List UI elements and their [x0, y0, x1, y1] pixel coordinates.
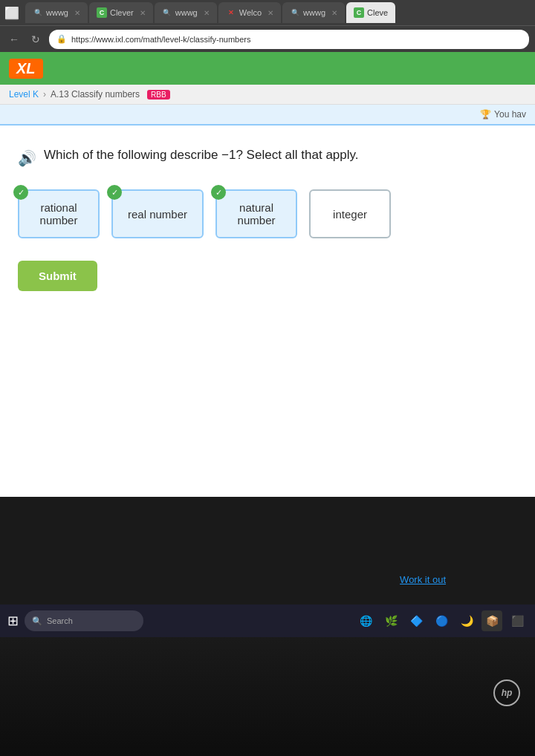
ixl-logo: XL: [9, 59, 43, 79]
checkmark-2: ✓: [107, 185, 122, 200]
taskbar-icon-1[interactable]: 🌐: [355, 610, 376, 631]
tab-bar: ⬜ 🔍 wwwg ✕ C Clever ✕ 🔍 wwwg ✕ ✕ Welco ✕: [0, 0, 535, 25]
hp-logo: hp: [493, 680, 520, 706]
option3-label: naturalnumber: [238, 201, 276, 227]
tab2-close[interactable]: ✕: [140, 9, 146, 17]
trophy-icon: 🏆: [480, 109, 491, 120]
question-text: Which of the following describe −1? Sele…: [44, 148, 359, 163]
lock-icon: 🔒: [56, 34, 67, 44]
question-area: 🔊 Which of the following describe −1? Se…: [0, 126, 535, 497]
address-bar-row: ← ↻ 🔒 https://www.ixl.com/math/level-k/c…: [0, 25, 535, 52]
option2-label: real number: [128, 208, 187, 221]
refresh-button[interactable]: ↻: [28, 32, 43, 47]
tab4-close[interactable]: ✕: [268, 9, 273, 17]
back-button[interactable]: ←: [6, 32, 22, 47]
tab1-close[interactable]: ✕: [74, 9, 80, 17]
taskbar-icon-6[interactable]: 📦: [482, 610, 502, 631]
breadcrumb: Level K › A.13 Classify numbers RBB: [0, 85, 535, 105]
taskbar-right: 🌐 🌿 🔷 🔵 🌙 📦 ⬛: [355, 610, 528, 631]
work-it-out-link[interactable]: Work it out: [400, 574, 446, 585]
answer-option-integer[interactable]: integer: [309, 189, 391, 238]
taskbar: ⊞ 🔍 Search 🌐 🌿 🔷 🔵 🌙 📦 ⬛: [0, 605, 535, 637]
taskbar-icon-3[interactable]: 🔷: [406, 610, 427, 631]
taskbar-icon-5[interactable]: 🌙: [456, 610, 477, 631]
answer-options: ✓ rationalnumber ✓ real number ✓ natural…: [18, 189, 517, 238]
tab3-favicon: 🔍: [162, 7, 172, 18]
option4-label: integer: [333, 208, 367, 221]
breadcrumb-sep: ›: [43, 89, 46, 100]
taskbar-search[interactable]: 🔍 Search: [25, 610, 143, 631]
taskbar-search-icon: 🔍: [32, 616, 42, 626]
tab4-label: Welco: [239, 8, 262, 17]
tab1-label: wwwg: [46, 8, 68, 17]
taskbar-start: ⊞: [7, 613, 19, 629]
submit-button[interactable]: Submit: [18, 261, 97, 291]
laptop-bottom: hp: [0, 637, 535, 756]
tab5-favicon: 🔍: [290, 7, 300, 18]
windows-start-button[interactable]: ⊞: [7, 613, 19, 629]
tab-3[interactable]: 🔍 wwwg ✕: [155, 2, 217, 23]
checkmark-3: ✓: [211, 185, 226, 200]
ixl-header: XL: [0, 52, 535, 85]
you-have-banner: 🏆 You hav: [0, 105, 535, 126]
tab-2[interactable]: C Clever ✕: [89, 2, 153, 23]
option1-label: rationalnumber: [40, 201, 78, 227]
taskbar-icon-4[interactable]: 🔵: [431, 610, 452, 631]
taskbar-icon-7[interactable]: ⬛: [507, 610, 528, 631]
checkmark-1: ✓: [13, 185, 28, 200]
tab2-label: Clever: [110, 8, 134, 17]
tab2-favicon: C: [97, 7, 107, 18]
tab5-label: wwwg: [303, 8, 325, 17]
tab-5[interactable]: 🔍 wwwg ✕: [282, 2, 345, 23]
tab6-label: Cleve: [367, 8, 388, 17]
tab6-favicon: C: [354, 7, 364, 18]
answer-option-real-number[interactable]: ✓ real number: [111, 189, 204, 238]
you-have-text: You hav: [494, 109, 526, 120]
tab-6[interactable]: C Cleve: [346, 2, 395, 23]
browser-icon: ⬜: [3, 4, 21, 22]
browser-chrome: ⬜ 🔍 wwwg ✕ C Clever ✕ 🔍 wwwg ✕ ✕ Welco ✕: [0, 0, 535, 52]
taskbar-icon-2[interactable]: 🌿: [380, 610, 401, 631]
tab4-favicon: ✕: [226, 7, 236, 18]
address-bar[interactable]: 🔒 https://www.ixl.com/math/level-k/class…: [49, 30, 529, 49]
tab-1[interactable]: 🔍 wwwg ✕: [25, 2, 88, 23]
answer-option-natural-number[interactable]: ✓ naturalnumber: [215, 189, 297, 238]
answer-option-rational-number[interactable]: ✓ rationalnumber: [18, 189, 100, 238]
tab5-close[interactable]: ✕: [331, 9, 337, 17]
question-text-container: 🔊 Which of the following describe −1? Se…: [18, 148, 517, 167]
speaker-icon[interactable]: 🔊: [18, 149, 36, 167]
tab-4[interactable]: ✕ Welco ✕: [218, 2, 281, 23]
tab3-label: wwwg: [175, 8, 198, 17]
breadcrumb-badge: RBB: [147, 90, 170, 100]
taskbar-search-placeholder: Search: [47, 616, 73, 625]
breadcrumb-lesson: A.13 Classify numbers: [51, 89, 140, 100]
breadcrumb-level[interactable]: Level K: [9, 89, 39, 100]
tab3-close[interactable]: ✕: [204, 9, 210, 17]
tab1-favicon: 🔍: [33, 7, 43, 18]
url-text: https://www.ixl.com/math/level-k/classif…: [71, 35, 250, 44]
page-content: XL Level K › A.13 Classify numbers RBB 🏆…: [0, 52, 535, 497]
